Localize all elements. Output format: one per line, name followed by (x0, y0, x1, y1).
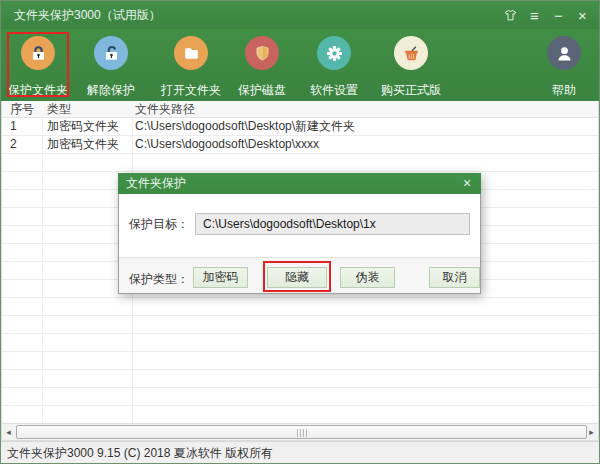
protect-target-input[interactable] (195, 213, 470, 235)
lock-open-icon (94, 36, 128, 70)
column-divider (42, 118, 43, 423)
dialog-title: 文件夹保护 (126, 173, 186, 194)
dialog-body: 保护目标： (119, 194, 480, 257)
lock-closed-icon (21, 36, 55, 70)
dialog-close-icon[interactable]: × (459, 173, 475, 194)
titlebar-controls: ≡ − × (502, 1, 591, 29)
basket-icon (394, 36, 428, 70)
toolbar-item-protect-disk[interactable]: 保护磁盘 (222, 29, 302, 101)
dialog-titlebar: 文件夹保护 × (118, 173, 481, 194)
titlebar: 文件夹保护3000（试用版） ≡ − × (1, 1, 599, 29)
horizontal-scrollbar[interactable]: ◂ ▸ (1, 423, 599, 441)
toolbar-item-help[interactable]: 帮助 (524, 29, 600, 101)
status-text: 文件夹保护3000 9.15 (C) 2018 夏冰软件 版权所有 (7, 442, 273, 464)
header-path[interactable]: 文件夹路径 (135, 101, 195, 117)
statusbar: 文件夹保护3000 9.15 (C) 2018 夏冰软件 版权所有 (1, 441, 599, 464)
toolbar-item-buy-full-version[interactable]: 购买正式版 (371, 29, 451, 101)
minimize-icon[interactable]: − (550, 6, 567, 24)
dialog-footer: 保护类型： 加密码 隐藏 伪装 取消 (119, 257, 480, 293)
cancel-button[interactable]: 取消 (429, 267, 480, 288)
scroll-right-icon[interactable]: ▸ (585, 424, 598, 440)
gear-icon (317, 36, 351, 70)
shirt-icon (503, 8, 518, 23)
encrypt-password-button[interactable]: 加密码 (193, 267, 248, 288)
toolbar-item-settings[interactable]: 软件设置 (294, 29, 374, 101)
hide-button[interactable]: 隐藏 (267, 267, 327, 288)
person-icon (547, 36, 581, 70)
folder-icon (174, 36, 208, 70)
toolbar-item-remove-protection[interactable]: 解除保护 (71, 29, 151, 101)
skin-shirt-icon[interactable] (502, 6, 519, 24)
scrollbar-grip-icon (297, 429, 307, 437)
close-icon[interactable]: × (574, 6, 591, 24)
menu-icon[interactable]: ≡ (526, 6, 543, 24)
toolbar: 保护文件夹 解除保护 打开文件夹 (1, 29, 599, 101)
shield-icon (245, 36, 279, 70)
scrollbar-thumb[interactable] (16, 425, 587, 439)
table-header: 序号 类型 文件夹路径 (2, 101, 598, 118)
table-row[interactable]: 2 加密码文件夹 C:\Users\dogoodsoft\Desktop\xxx… (2, 136, 598, 154)
disguise-button[interactable]: 伪装 (340, 267, 395, 288)
table-row[interactable]: 1 加密码文件夹 C:\Users\dogoodsoft\Desktop\新建文… (2, 118, 598, 136)
header-type[interactable]: 类型 (47, 101, 71, 117)
toolbar-item-protect-folder[interactable]: 保护文件夹 (0, 29, 78, 101)
folder-protect-dialog: 文件夹保护 × 保护目标： 保护类型： 加密码 隐藏 伪装 取消 (118, 173, 481, 294)
app-window: 文件夹保护3000（试用版） ≡ − × 保护文件夹 (0, 0, 600, 464)
header-no[interactable]: 序号 (10, 101, 34, 117)
protect-target-label: 保护目标： (129, 216, 189, 233)
toolbar-item-open-folder[interactable]: 打开文件夹 (151, 29, 231, 101)
protect-type-label: 保护类型： (129, 271, 189, 288)
scroll-left-icon[interactable]: ◂ (2, 424, 15, 440)
window-title: 文件夹保护3000（试用版） (14, 1, 161, 29)
